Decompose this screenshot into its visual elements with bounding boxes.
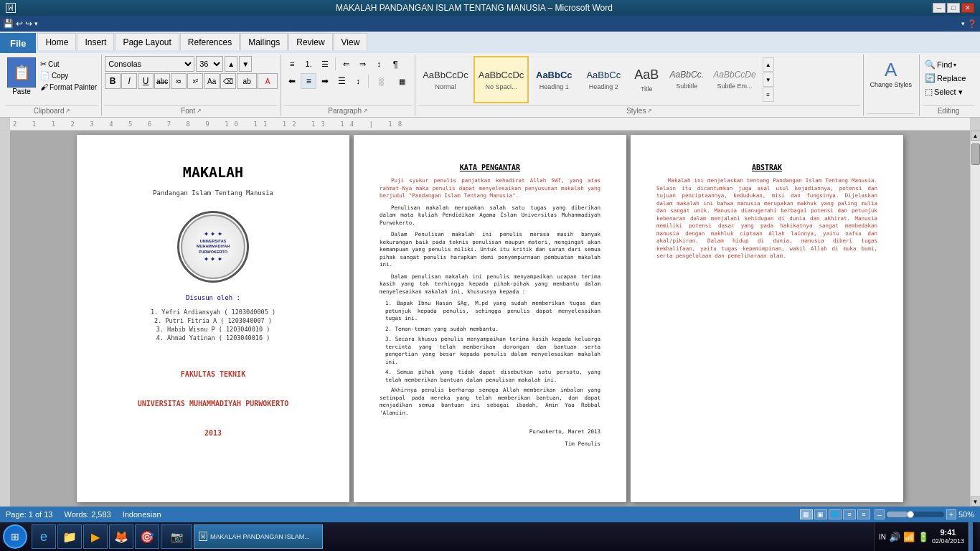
styles-scroll-up-btn[interactable]: ▲: [763, 57, 774, 72]
borders-btn[interactable]: ▦: [392, 73, 412, 89]
font-name-select[interactable]: Consolas: [105, 56, 194, 72]
page-1: MAKALAH Pandangan Islam Tentang Manusia …: [77, 135, 349, 502]
font-color-btn[interactable]: A: [258, 73, 278, 89]
format-painter-label: Format Painter: [50, 83, 97, 91]
quick-redo-icon[interactable]: ↪: [25, 19, 32, 29]
underline-btn[interactable]: U: [138, 73, 154, 89]
bullets-btn[interactable]: ≡: [284, 56, 300, 72]
style-subtitle[interactable]: AaBbCc. Subtitle: [665, 56, 708, 103]
minimize-btn[interactable]: ─: [933, 3, 946, 13]
maximize-btn[interactable]: □: [947, 3, 960, 13]
font-size-down-btn[interactable]: ▼: [239, 56, 252, 72]
align-left-btn[interactable]: ⬅: [284, 73, 300, 89]
style-subtleemphasis[interactable]: AaBbCcDe Subtle Em...: [709, 56, 760, 103]
show-marks-btn[interactable]: ¶: [387, 56, 403, 72]
member-4: 4. Ahmad Yatinan ( 1203040016 ): [103, 334, 324, 342]
pagelayout-tab[interactable]: Page Layout: [115, 33, 179, 50]
style-title[interactable]: AaB Title: [628, 56, 664, 103]
close-btn[interactable]: ✕: [961, 3, 974, 13]
change-styles-btn[interactable]: A Change Styles: [867, 56, 915, 92]
copy-button[interactable]: 📄 Copy: [39, 70, 98, 81]
zoom-in-btn[interactable]: +: [946, 509, 956, 519]
quick-save-icon[interactable]: 💾: [3, 19, 14, 29]
show-desktop-btn[interactable]: [969, 522, 973, 551]
insert-tab[interactable]: Insert: [77, 33, 114, 50]
indent-dec-btn[interactable]: ⇐: [338, 56, 354, 72]
scroll-down-btn[interactable]: ▼: [971, 496, 981, 507]
clearformat-btn[interactable]: ⌫: [220, 73, 236, 89]
font-size-select[interactable]: 36: [196, 56, 223, 72]
style-normal[interactable]: AaBbCcDc Normal: [418, 56, 473, 103]
strikethrough-btn[interactable]: abc: [154, 73, 170, 89]
draft-view-btn[interactable]: ≡: [857, 509, 870, 519]
shading-btn[interactable]: ░: [371, 73, 391, 89]
web-view-btn[interactable]: 🌐: [829, 509, 842, 519]
numbering-btn[interactable]: 1.: [301, 56, 316, 72]
line-spacing-btn[interactable]: ↕: [350, 73, 366, 89]
font-size-up-btn[interactable]: ▲: [225, 56, 237, 72]
style-heading2[interactable]: AaBbCc Heading 2: [579, 56, 628, 103]
styles-expand-btn[interactable]: ≡: [763, 88, 774, 102]
mailings-tab[interactable]: Mailings: [240, 33, 288, 50]
taskbar-app4[interactable]: 🎯: [135, 524, 159, 549]
outline-view-btn[interactable]: ≡: [843, 509, 856, 519]
indent-inc-btn[interactable]: ⇒: [354, 56, 370, 72]
cut-button[interactable]: ✂ Cut: [39, 59, 98, 70]
home-tab[interactable]: Home: [37, 33, 76, 50]
find-btn[interactable]: 🔍 Find ▾: [923, 59, 974, 70]
taskbar-word-active[interactable]: 🅆 MAKALAH PANDANGAN ISLAM...: [194, 524, 323, 549]
superscript-btn[interactable]: x²: [187, 73, 203, 89]
justify-btn[interactable]: ☰: [334, 73, 349, 89]
styles-scroll-down-btn[interactable]: ▼: [763, 72, 774, 87]
align-right-btn[interactable]: ➡: [317, 73, 333, 89]
clipboard-dialog-icon[interactable]: ↗: [65, 108, 70, 114]
tray-volume-icon[interactable]: 🔊: [889, 532, 900, 542]
clipboard-group-label: Clipboard: [34, 107, 65, 115]
file-tab[interactable]: File: [0, 33, 36, 53]
page3-section: ABSTRAK: [656, 164, 877, 171]
zoom-out-btn[interactable]: –: [875, 509, 885, 519]
language-indicator[interactable]: Indonesian: [123, 510, 161, 519]
scroll-up-btn[interactable]: ▲: [971, 131, 981, 141]
format-painter-button[interactable]: 🖌 Format Painter: [39, 82, 98, 92]
multilevel-btn[interactable]: ☰: [317, 56, 333, 72]
references-tab[interactable]: References: [180, 33, 240, 50]
bold-btn[interactable]: B: [105, 73, 121, 89]
style-nospacing-label: No Spaci...: [485, 83, 517, 90]
tray-battery-icon: 🔋: [918, 532, 929, 542]
replace-btn[interactable]: 🔄 Replace: [923, 72, 974, 84]
quick-undo-icon[interactable]: ↩: [16, 19, 23, 29]
taskbar-explorer[interactable]: 📁: [57, 524, 82, 549]
review-tab[interactable]: Review: [288, 33, 332, 50]
paste-button[interactable]: 📋 Paste: [6, 56, 37, 105]
print-view-btn[interactable]: ▦: [800, 509, 813, 519]
system-tray: IN 🔊 📶 🔋 9:41 02/04/2013: [874, 522, 977, 551]
taskbar-firefox[interactable]: 🦊: [109, 524, 133, 549]
styles-dialog-icon[interactable]: ↗: [647, 108, 652, 114]
style-nospacing[interactable]: AaBbCcDc No Spaci...: [473, 56, 529, 103]
page-count: Page: 1 of 13: [6, 510, 52, 519]
style-heading1[interactable]: AaBbCc Heading 1: [529, 56, 578, 103]
paragraph-group-label: Paragraph: [328, 107, 362, 115]
align-center-btn[interactable]: ≡: [301, 73, 316, 89]
quick-dropdown-icon[interactable]: ▾: [34, 20, 38, 27]
list-1: 1. Bapak Ibnu Hasan SAg, M.pd yang sudah…: [380, 300, 600, 323]
changecase-btn[interactable]: Aa: [204, 73, 220, 89]
para-2: Penulisan makalah merupakan salah satu t…: [380, 204, 600, 227]
page1-title: MAKALAH: [103, 164, 324, 181]
fullread-view-btn[interactable]: ▣: [814, 509, 827, 519]
sort-btn[interactable]: ↕: [371, 56, 387, 72]
taskbar-ie[interactable]: e: [32, 524, 56, 549]
select-btn[interactable]: ⬚ Select ▾: [923, 86, 974, 98]
taskbar-app5[interactable]: 📷: [161, 524, 192, 549]
text-highlight-btn[interactable]: ab: [237, 73, 257, 89]
page2-section: KATA PENGANTAR: [380, 164, 600, 171]
zoom-slider[interactable]: [887, 512, 944, 517]
font-dialog-icon[interactable]: ↗: [197, 108, 202, 114]
taskbar-media[interactable]: ▶: [83, 524, 108, 549]
view-tab[interactable]: View: [334, 33, 368, 50]
italic-btn[interactable]: I: [121, 73, 137, 89]
paragraph-dialog-icon[interactable]: ↗: [363, 108, 368, 114]
subscript-btn[interactable]: x₂: [171, 73, 187, 89]
start-button[interactable]: ⊞: [3, 524, 27, 549]
